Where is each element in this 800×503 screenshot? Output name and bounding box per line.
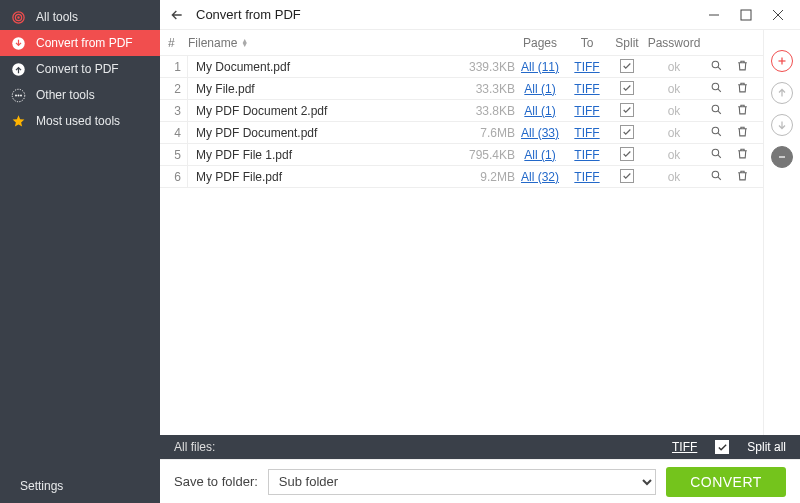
col-index[interactable]: #: [168, 36, 188, 50]
row-format-link[interactable]: TIFF: [574, 104, 599, 118]
row-index: 4: [168, 122, 188, 143]
sidebar-item-3[interactable]: Other tools: [0, 82, 160, 108]
col-filename[interactable]: Filename▲▼: [188, 36, 459, 50]
row-format-link[interactable]: TIFF: [574, 170, 599, 184]
all-files-format[interactable]: TIFF: [672, 440, 697, 454]
row-split-checkbox[interactable]: [620, 103, 634, 117]
all-files-bar: All files: TIFF Split all: [160, 435, 800, 459]
col-split[interactable]: Split: [609, 36, 645, 50]
row-pages-link[interactable]: All (1): [524, 148, 555, 162]
row-preview-button[interactable]: [703, 125, 729, 141]
action-column: [764, 30, 800, 435]
svg-point-22: [712, 149, 719, 156]
svg-point-18: [712, 105, 719, 112]
row-pages-link[interactable]: All (11): [521, 60, 559, 74]
table-row[interactable]: 1My Document.pdf339.3KBAll (11)TIFFok: [160, 56, 763, 78]
svg-line-19: [718, 111, 721, 114]
row-index: 6: [168, 166, 188, 187]
sidebar-item-2[interactable]: Convert to PDF: [0, 56, 160, 82]
row-format-link[interactable]: TIFF: [574, 82, 599, 96]
row-format-link[interactable]: TIFF: [574, 126, 599, 140]
table-row[interactable]: 6My PDF File.pdf9.2MBAll (32)TIFFok: [160, 166, 763, 188]
titlebar: Convert from PDF: [160, 0, 800, 30]
row-split-checkbox[interactable]: [620, 81, 634, 95]
row-size: 795.4KB: [459, 148, 515, 162]
table-row[interactable]: 5My PDF File 1.pdf795.4KBAll (1)TIFFok: [160, 144, 763, 166]
row-split-checkbox[interactable]: [620, 169, 634, 183]
row-index: 3: [168, 100, 188, 121]
col-to[interactable]: To: [565, 36, 609, 50]
row-split-checkbox[interactable]: [620, 147, 634, 161]
row-split-checkbox[interactable]: [620, 125, 634, 139]
star-icon: [10, 113, 26, 129]
sidebar-item-label: Most used tools: [36, 114, 120, 128]
row-preview-button[interactable]: [703, 147, 729, 163]
row-format-link[interactable]: TIFF: [574, 148, 599, 162]
sidebar-item-4[interactable]: Most used tools: [0, 108, 160, 134]
row-delete-button[interactable]: [729, 169, 755, 185]
sidebar-item-1[interactable]: Convert from PDF: [0, 30, 160, 56]
maximize-button[interactable]: [732, 4, 760, 26]
row-filename: My Document.pdf: [188, 60, 459, 74]
settings-button[interactable]: Settings: [0, 469, 160, 503]
row-delete-button[interactable]: [729, 147, 755, 163]
svg-rect-11: [741, 10, 751, 20]
svg-point-7: [17, 94, 19, 96]
move-up-button[interactable]: [771, 82, 793, 104]
svg-line-25: [718, 177, 721, 180]
row-pages-link[interactable]: All (1): [524, 82, 555, 96]
svg-point-24: [712, 171, 719, 178]
row-pages-link[interactable]: All (1): [524, 104, 555, 118]
split-all-checkbox[interactable]: [715, 440, 729, 454]
row-pages-link[interactable]: All (32): [521, 170, 559, 184]
sidebar-item-0[interactable]: All tools: [0, 4, 160, 30]
row-delete-button[interactable]: [729, 59, 755, 75]
save-folder-select[interactable]: Sub folder: [268, 469, 656, 495]
settings-label: Settings: [20, 479, 63, 493]
row-size: 33.8KB: [459, 104, 515, 118]
svg-point-2: [17, 16, 18, 17]
col-pages[interactable]: Pages: [515, 36, 565, 50]
split-all-label: Split all: [747, 440, 786, 454]
main-panel: Convert from PDF # Filename▲▼ Pages To S…: [160, 0, 800, 503]
row-preview-button[interactable]: [703, 59, 729, 75]
sidebar-item-label: Convert to PDF: [36, 62, 119, 76]
add-file-button[interactable]: [771, 50, 793, 72]
move-down-button[interactable]: [771, 114, 793, 136]
row-preview-button[interactable]: [703, 81, 729, 97]
remove-button[interactable]: [771, 146, 793, 168]
row-preview-button[interactable]: [703, 169, 729, 185]
row-size: 9.2MB: [459, 170, 515, 184]
row-preview-button[interactable]: [703, 103, 729, 119]
row-delete-button[interactable]: [729, 81, 755, 97]
sidebar: All toolsConvert from PDFConvert to PDFO…: [0, 0, 160, 503]
row-index: 2: [168, 78, 188, 99]
row-password: ok: [645, 126, 703, 140]
row-split-checkbox[interactable]: [620, 59, 634, 73]
row-pages-link[interactable]: All (33): [521, 126, 559, 140]
down-icon: [10, 35, 26, 51]
row-password: ok: [645, 60, 703, 74]
footer: Save to folder: Sub folder CONVERT: [160, 459, 800, 503]
row-size: 339.3KB: [459, 60, 515, 74]
row-delete-button[interactable]: [729, 125, 755, 141]
svg-line-23: [718, 155, 721, 158]
svg-line-15: [718, 67, 721, 70]
all-files-label: All files:: [174, 440, 215, 454]
convert-button[interactable]: CONVERT: [666, 467, 786, 497]
table-row[interactable]: 3My PDF Document 2.pdf33.8KBAll (1)TIFFo…: [160, 100, 763, 122]
svg-point-20: [712, 127, 719, 134]
row-format-link[interactable]: TIFF: [574, 60, 599, 74]
table-row[interactable]: 2My File.pdf33.3KBAll (1)TIFFok: [160, 78, 763, 100]
row-delete-button[interactable]: [729, 103, 755, 119]
table-row[interactable]: 4My PDF Document.pdf7.6MBAll (33)TIFFok: [160, 122, 763, 144]
minimize-button[interactable]: [700, 4, 728, 26]
close-button[interactable]: [764, 4, 792, 26]
sidebar-item-label: Convert from PDF: [36, 36, 133, 50]
svg-line-21: [718, 133, 721, 136]
target-icon: [10, 9, 26, 25]
col-password[interactable]: Password: [645, 36, 703, 50]
back-button[interactable]: [168, 6, 186, 24]
row-password: ok: [645, 104, 703, 118]
row-filename: My PDF Document 2.pdf: [188, 104, 459, 118]
